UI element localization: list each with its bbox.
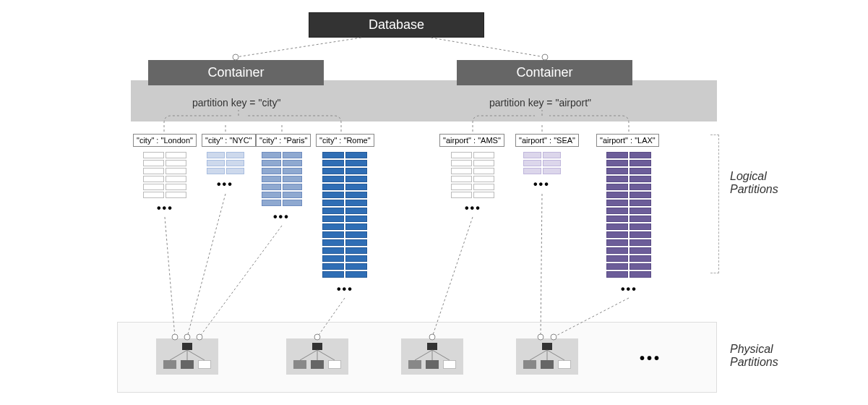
svg-point-15	[542, 54, 548, 60]
data-cell	[606, 271, 628, 278]
data-cell	[345, 216, 367, 222]
ellipsis-sea: •••	[533, 178, 550, 191]
svg-line-21	[187, 194, 225, 337]
data-cell	[523, 160, 541, 166]
data-cell	[207, 168, 225, 174]
data-cell	[451, 160, 472, 166]
data-cell	[629, 271, 651, 278]
physical-ellipsis: •••	[640, 350, 661, 367]
data-cell	[143, 160, 164, 166]
data-cell	[473, 176, 494, 182]
svg-line-8	[432, 350, 450, 360]
svg-line-19	[165, 217, 175, 337]
data-cell	[629, 231, 651, 238]
data-cell	[629, 160, 651, 166]
data-cell	[226, 152, 244, 158]
svg-line-5	[317, 350, 335, 360]
data-cell	[283, 200, 302, 206]
data-cell	[283, 184, 302, 190]
data-cell	[322, 271, 344, 278]
data-cell	[322, 200, 344, 206]
svg-line-3	[300, 350, 317, 360]
physical-partition-4	[516, 338, 578, 375]
database-box: Database	[309, 12, 484, 38]
chip-nyc: "city" : "NYC"	[202, 134, 256, 147]
grid-lax	[606, 152, 651, 278]
data-cell	[473, 152, 494, 158]
svg-line-23	[199, 226, 282, 337]
logical-bracket	[710, 135, 719, 273]
ellipsis-lax: •••	[621, 283, 637, 296]
data-cell	[283, 160, 302, 166]
svg-line-14	[431, 38, 545, 57]
data-cell	[606, 200, 628, 206]
data-cell	[473, 192, 494, 198]
data-cell	[629, 184, 651, 190]
data-cell	[606, 176, 628, 182]
data-cell	[166, 168, 186, 174]
data-cell	[283, 152, 302, 158]
data-cell	[451, 152, 472, 158]
data-cell	[606, 192, 628, 198]
svg-line-29	[541, 194, 542, 337]
svg-line-11	[547, 350, 564, 360]
node-icon	[311, 360, 324, 369]
data-cell	[345, 247, 367, 254]
container-left: Container	[148, 60, 324, 85]
data-cell	[629, 192, 651, 198]
grid-nyc	[207, 152, 244, 174]
svg-line-9	[530, 350, 547, 360]
node-icon	[408, 360, 421, 369]
chip-lax: "airport" : "LAX"	[596, 134, 659, 147]
data-cell	[606, 168, 628, 174]
data-cell	[629, 176, 651, 182]
data-cell	[166, 160, 186, 166]
data-cell	[262, 160, 281, 166]
data-cell	[345, 200, 367, 206]
container-left-label: Container	[207, 65, 264, 80]
chip-ams: "airport" : "AMS"	[439, 134, 504, 147]
data-cell	[345, 168, 367, 174]
data-cell	[451, 168, 472, 174]
chip-paris: "city" : "Paris"	[256, 134, 311, 147]
physical-partition-2	[286, 338, 348, 375]
data-cell	[543, 152, 561, 158]
container-right: Container	[457, 60, 632, 85]
data-cell	[345, 271, 367, 278]
data-cell	[345, 184, 367, 190]
container-right-label: Container	[516, 65, 572, 80]
data-cell	[473, 184, 494, 190]
chip-rome: "city" : "Rome"	[316, 134, 374, 147]
ellipsis-london: •••	[157, 202, 173, 215]
data-cell	[606, 216, 628, 222]
partition-key-right: partition key = "airport"	[489, 97, 591, 108]
node-icon	[426, 360, 439, 369]
physical-partition-3	[401, 338, 463, 375]
node-icon	[293, 360, 306, 369]
data-cell	[143, 152, 164, 158]
node-icon	[523, 360, 536, 369]
data-cell	[606, 160, 628, 166]
data-cell	[262, 168, 281, 174]
data-cell	[606, 247, 628, 254]
data-cell	[629, 255, 651, 262]
data-cell	[226, 168, 244, 174]
data-cell	[322, 231, 344, 238]
node-icon	[181, 360, 194, 369]
data-cell	[143, 184, 164, 190]
data-cell	[606, 231, 628, 238]
data-cell	[322, 168, 344, 174]
svg-line-0	[170, 350, 187, 360]
chip-london: "city" : "London"	[133, 134, 197, 147]
node-icon	[198, 360, 211, 369]
partition-key-left: partition key = "city"	[192, 97, 280, 108]
physical-label: Physical Partitions	[730, 343, 778, 369]
data-cell	[606, 184, 628, 190]
data-cell	[345, 223, 367, 230]
data-cell	[451, 184, 472, 190]
data-cell	[322, 160, 344, 166]
ellipsis-paris: •••	[273, 210, 290, 223]
data-cell	[262, 184, 281, 190]
physical-partition-1	[156, 338, 218, 375]
grid-paris	[262, 152, 302, 206]
